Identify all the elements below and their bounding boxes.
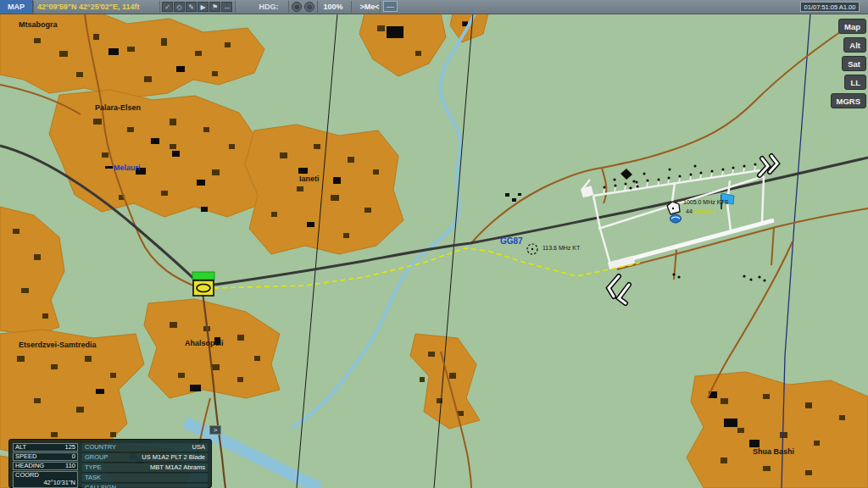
collapse-toolbar-button[interactable]: — — [383, 1, 398, 12]
map-canvas[interactable] — [0, 0, 868, 488]
stat-row-heading: HEADING 110 — [13, 462, 78, 470]
flag-tool-icon[interactable]: ⚑ — [209, 2, 220, 12]
unit-name-tag — [192, 272, 214, 280]
town-label: Ianeti — [299, 175, 320, 183]
unit-stats-box: ALT 125 SPEED 0 HEADING 110 COORD 42°10'… — [13, 443, 78, 488]
ruler-tool-icon[interactable]: ↔ — [221, 2, 232, 12]
tacan-channel: 44 — [686, 208, 693, 214]
detail-row-task: TASK — [82, 474, 208, 483]
draw-tool-icon[interactable]: ✎ — [186, 2, 197, 12]
select-tool-icon[interactable]: ✓ — [162, 2, 173, 12]
detail-row-group: GROUP US M1A2 PLT 2 Blade — [82, 453, 208, 463]
map-mode-indicator[interactable]: MAP — [0, 0, 33, 14]
town-label: Melauri — [114, 164, 141, 172]
coord-format-button-mgrs[interactable]: MGRS — [831, 93, 867, 108]
detail-row-country: COUNTRY USA — [82, 443, 208, 452]
stat-row-coord: COORD 42°10'31"N — [13, 471, 78, 488]
town-label: Etserdzvei-Samtredia — [19, 341, 97, 349]
airfield-name-label: Kutaisi — [694, 208, 714, 214]
map-layer-button-alt[interactable]: Alt — [843, 37, 866, 53]
stat-row-alt: ALT 125 — [13, 443, 78, 452]
town-label: Palara-Elsen — [95, 103, 141, 112]
detail-row-type: TYPE MBT M1A2 Abrams — [82, 463, 208, 473]
unit-info-panel: ALT 125 SPEED 0 HEADING 110 COORD 42°10'… — [8, 439, 212, 488]
map-layer-button-sat[interactable]: Sat — [842, 56, 866, 71]
town-label: Mtsabogra — [19, 20, 58, 29]
ground-unit-icon[interactable] — [192, 272, 214, 296]
zoom-level: 100% — [319, 0, 348, 14]
town-label: Shua Bashi — [753, 447, 794, 456]
town-label: Ahalsopeli — [185, 339, 224, 347]
eraser-tool-icon[interactable]: ◇ — [174, 2, 185, 12]
heading-label: HDG: — [254, 0, 283, 14]
tacan-label-line1: 1005.0 MHz KTS — [683, 199, 728, 205]
zoom-in-icon[interactable]: ⊕ — [292, 2, 302, 12]
vor-label: 113.6 MHz KT — [542, 245, 580, 251]
map-layer-button-map[interactable]: Map — [838, 19, 866, 34]
marker-tool-icon[interactable]: ▶ — [198, 2, 209, 12]
coord-format-button-ll[interactable]: LL — [844, 75, 866, 90]
tacan-label-line2: 44 Kutaisi — [686, 208, 714, 214]
top-toolbar: MAP 42°09'59"N 42°25'02"E, 114ft ✓ ◇ ✎ ▶… — [0, 0, 868, 14]
unit-details-box: COUNTRY USA GROUP US M1A2 PLT 2 Blade TY… — [82, 443, 208, 488]
cursor-coordinates: 42°09'59"N 42°25'02"E, 114ft — [37, 0, 164, 14]
grid-square-label: GG87 — [500, 236, 523, 246]
mission-clock: 01/07:51:05 A1.00 — [800, 2, 860, 12]
zoom-out-icon[interactable]: ⊖ — [304, 2, 314, 12]
stat-row-speed: SPEED 0 — [13, 452, 78, 461]
detail-row-callsign: CALLSIGN — [82, 484, 208, 488]
expand-panel-button[interactable]: > — [209, 425, 221, 435]
dcs-f10-map-screen: Mtsabogra Palara-Elsen Melauri Ianeti Et… — [0, 0, 868, 488]
